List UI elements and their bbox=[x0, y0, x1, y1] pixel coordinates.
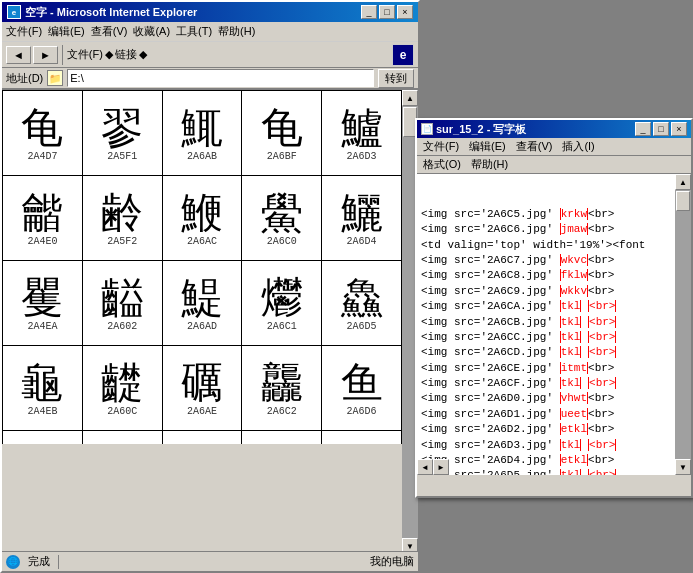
nav-file[interactable]: 文件(F) bbox=[67, 47, 103, 62]
ie-nav-toolbar: ◄ ► 文件(F) ◆ 链接 ◆ e bbox=[2, 42, 418, 68]
char-cell: 龤2A4E0 bbox=[3, 176, 83, 261]
ie-window: e 空字 - Microsoft Internet Explorer _ □ ×… bbox=[0, 0, 420, 573]
notepad-hscroll-left[interactable]: ◄ bbox=[417, 459, 433, 475]
notepad-menu-format[interactable]: 格式(O) bbox=[421, 157, 463, 172]
menu-help[interactable]: 帮助(H) bbox=[218, 24, 255, 39]
char-code: 2A5F1 bbox=[107, 151, 137, 162]
char-display: 爩 bbox=[261, 277, 303, 319]
menu-edit[interactable]: 编辑(E) bbox=[48, 24, 85, 39]
notepad-title-text: 📄 sur_15_2 - 写字板 bbox=[421, 122, 526, 137]
char-display: 鱻 bbox=[341, 277, 383, 319]
ie-content-wrapper: 龟2A4D7翏2A5F1鮿2A6AB龟2A6BF鱸2A6D3龤2A4E0齢2A5… bbox=[2, 90, 418, 554]
forward-button[interactable]: ► bbox=[33, 46, 58, 64]
menu-favorites[interactable]: 收藏(A) bbox=[133, 24, 170, 39]
restore-button[interactable]: □ bbox=[379, 5, 395, 19]
notepad-scroll-thumb[interactable] bbox=[676, 191, 690, 211]
char-display: 鱺 bbox=[341, 192, 383, 234]
notepad-scroll-track[interactable] bbox=[675, 190, 691, 459]
notepad-line: <img src='2A6C6.jpg' jmaw<br> bbox=[421, 222, 687, 237]
scroll-up-button[interactable]: ▲ bbox=[402, 90, 418, 106]
notepad-line: <td valign='top' width='19%'><font bbox=[421, 238, 687, 253]
char-cell: 翏2A5F1 bbox=[83, 91, 163, 176]
char-cell: 齸2A602 bbox=[83, 261, 163, 346]
notepad-hscroll-right[interactable]: ► bbox=[433, 459, 449, 475]
char-cell: 齢2A5F2 bbox=[83, 176, 163, 261]
notepad-menu-view[interactable]: 查看(V) bbox=[514, 139, 555, 154]
notepad-menu-help[interactable]: 帮助(H) bbox=[469, 157, 510, 172]
char-cell: 鱟2A6C0 bbox=[242, 176, 322, 261]
char-code: 2A6AB bbox=[187, 151, 217, 162]
nav-separator-1 bbox=[62, 45, 63, 65]
ie-logo: e bbox=[392, 44, 414, 66]
ie-titlebar: e 空字 - Microsoft Internet Explorer _ □ × bbox=[2, 2, 418, 22]
notepad-line: <img src='2A6CD.jpg' tkl <br> bbox=[421, 345, 687, 360]
notepad-line: <img src='2A6D3.jpg' tkl <br> bbox=[421, 438, 687, 453]
char-display: 鱼 bbox=[341, 362, 383, 404]
notepad-minimize-button[interactable]: _ bbox=[635, 122, 651, 136]
char-code: 2A60C bbox=[107, 406, 137, 417]
char-code: 2A6D4 bbox=[347, 236, 377, 247]
notepad-close-button[interactable]: × bbox=[671, 122, 687, 136]
notepad-text: <img src='2A6C5.jpg' krkw<br><img src='2… bbox=[417, 174, 691, 475]
ie-statusbar: 🌐 完成 我的电脑 bbox=[2, 551, 418, 571]
notepad-content[interactable]: <img src='2A6C5.jpg' krkw<br><img src='2… bbox=[417, 174, 691, 475]
ie-address-bar: 地址(D) 📁 转到 bbox=[2, 68, 418, 90]
menu-file[interactable]: 文件(F) bbox=[6, 24, 42, 39]
menu-view[interactable]: 查看(V) bbox=[91, 24, 128, 39]
status-separator bbox=[58, 555, 59, 569]
address-input[interactable] bbox=[67, 69, 374, 87]
ie-title-text: e 空字 - Microsoft Internet Explorer bbox=[7, 5, 197, 20]
address-label: 地址(D) bbox=[6, 71, 43, 86]
nav-diamond2: ◆ bbox=[139, 48, 147, 61]
folder-icon: 📁 bbox=[47, 70, 63, 86]
notepad-window-controls: _ □ × bbox=[635, 122, 687, 136]
notepad-scrollbar[interactable]: ▲ ▼ bbox=[675, 174, 691, 475]
char-cell: 鱸2A6D3 bbox=[322, 91, 402, 176]
char-code: 2A4D7 bbox=[27, 151, 57, 162]
notepad-line: <img src='2A6D1.jpg' ueet<br> bbox=[421, 407, 687, 422]
menu-tools[interactable]: 工具(T) bbox=[176, 24, 212, 39]
notepad-menu-file[interactable]: 文件(F) bbox=[421, 139, 461, 154]
status-icon: 🌐 bbox=[6, 555, 20, 569]
nav-links[interactable]: 链接 bbox=[115, 47, 137, 62]
char-cell: 鮿2A6AB bbox=[163, 91, 243, 176]
char-display: 龜 bbox=[21, 362, 63, 404]
ie-title: 空字 - Microsoft Internet Explorer bbox=[25, 5, 197, 20]
notepad-format-bar: 格式(O) 帮助(H) bbox=[417, 156, 691, 174]
notepad-restore-button[interactable]: □ bbox=[653, 122, 669, 136]
notepad-scroll-up[interactable]: ▲ bbox=[675, 174, 691, 190]
notepad-line: <img src='2A6C8.jpg' fklw<br> bbox=[421, 268, 687, 283]
notepad-window: 📄 sur_15_2 - 写字板 _ □ × 文件(F) 编辑(E) 查看(V)… bbox=[415, 118, 693, 498]
char-cell: 齼2A60C bbox=[83, 346, 163, 431]
char-code: 2A6D6 bbox=[347, 406, 377, 417]
char-code: 2A6C2 bbox=[267, 406, 297, 417]
notepad-line: <img src='2A6CF.jpg' tkl <br> bbox=[421, 376, 687, 391]
close-button[interactable]: × bbox=[397, 5, 413, 19]
notepad-line: <img src='2A6D5.jpg' tkl <br> bbox=[421, 468, 687, 475]
char-display: 鯾 bbox=[181, 192, 223, 234]
status-right-text: 我的电脑 bbox=[370, 554, 414, 569]
notepad-line: <img src='2A6C5.jpg' krkw<br> bbox=[421, 207, 687, 222]
minimize-button[interactable]: _ bbox=[361, 5, 377, 19]
notepad-scroll-down[interactable]: ▼ bbox=[675, 459, 691, 475]
ie-window-controls: _ □ × bbox=[361, 5, 413, 19]
notepad-menu-insert[interactable]: 插入(I) bbox=[560, 139, 596, 154]
char-display: 龟 bbox=[261, 107, 303, 149]
go-button[interactable]: 转到 bbox=[378, 69, 414, 88]
notepad-menu-edit[interactable]: 编辑(E) bbox=[467, 139, 508, 154]
char-code: 2A6AE bbox=[187, 406, 217, 417]
char-display: 龤 bbox=[21, 192, 63, 234]
notepad-hscrollbar[interactable]: ◄ ► bbox=[417, 459, 449, 475]
char-cell: 龜2A4EB bbox=[3, 346, 83, 431]
char-cell: 齱2A61A bbox=[83, 431, 163, 444]
char-cell: 鯾2A6AC bbox=[163, 176, 243, 261]
char-code: 2A4EB bbox=[27, 406, 57, 417]
nav-diamond: ◆ bbox=[105, 48, 113, 61]
char-display: 龘 bbox=[261, 362, 303, 404]
back-button[interactable]: ◄ bbox=[6, 46, 31, 64]
notepad-line: <img src='2A6D2.jpg' etkl<br> bbox=[421, 422, 687, 437]
char-cell: 鱻2A6D5 bbox=[322, 261, 402, 346]
status-text: 完成 bbox=[28, 554, 50, 569]
char-display: 齢 bbox=[101, 192, 143, 234]
char-cell: 龜2A6C3 bbox=[242, 431, 322, 444]
